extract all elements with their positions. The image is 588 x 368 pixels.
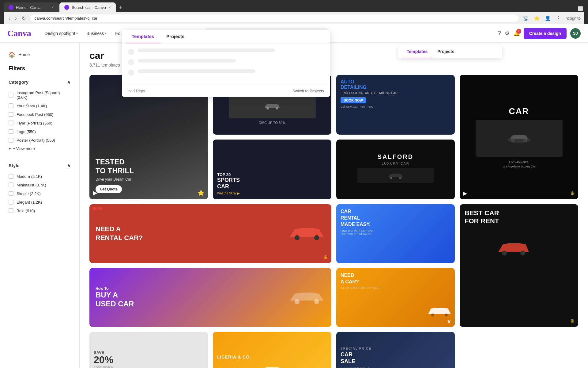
play-icon-tested: ▶ (93, 190, 97, 196)
filter-poster[interactable]: Poster (Portrait) (550) (5, 136, 74, 144)
filters-title: Filters (5, 63, 74, 74)
luxury-label: LUXURY CAR (382, 162, 409, 165)
card-inner-rental-easy: CARRENTALMADE EASY. FIND THE PERFECT CAR… (336, 204, 455, 263)
notification-badge: 1 (516, 29, 521, 34)
create-design-button[interactable]: Create a design (524, 28, 567, 39)
red-dots (92, 207, 102, 210)
filter-modern[interactable]: Modern (5.1K) (5, 172, 74, 181)
crown-badge-dark: ♛ (570, 190, 575, 196)
switch-to-projects-button[interactable]: Switch to Projects (292, 89, 324, 93)
nav-label: Business (86, 31, 104, 36)
logo[interactable]: Canva (7, 29, 31, 38)
rental-car-image (288, 224, 325, 243)
tab-close-home[interactable]: × (51, 5, 54, 10)
help-button[interactable]: ? (498, 30, 501, 36)
filter-instagram[interactable]: Instagram Post (Square) (2.6K) (5, 89, 74, 102)
checkbox-minimalist[interactable] (9, 182, 13, 187)
tab-close-search[interactable]: × (108, 5, 111, 10)
notifications-button[interactable]: 🔔 1 (513, 30, 520, 37)
template-card-rental[interactable]: NEED ARENTAL CAR? ♛ (89, 204, 331, 263)
template-card-rental-easy[interactable]: CARRENTALMADE EASY. FIND THE PERFECT CAR… (336, 204, 455, 263)
browser-tab-search[interactable]: Search car - Canva × (59, 2, 116, 12)
template-card-need-car[interactable]: NEEDA CAR? WE OFFER THE BEST PRICES ♛ (336, 268, 455, 327)
filter-label-bold: Bold (910) (17, 209, 35, 213)
filter-section-header-style[interactable]: Style ∧ (5, 160, 74, 171)
settings-button[interactable]: ⚙ (505, 30, 510, 37)
browser-tab-home[interactable]: Home - Canva × (4, 2, 59, 12)
avatar[interactable]: SJ (570, 28, 581, 39)
restore-down-button[interactable]: ⬜ (577, 5, 584, 12)
dropdown-tab-projects[interactable]: Projects (160, 30, 190, 43)
template-card-save20[interactable]: SAVE 20% CODE: BUGON (89, 332, 208, 368)
second-dropdown-tab-projects[interactable]: Projects (432, 45, 459, 58)
filter-simple[interactable]: Simple (2.2K) (5, 189, 74, 198)
second-dropdown-tab-templates[interactable]: Templates (402, 45, 432, 58)
checkbox-facebook[interactable] (9, 112, 13, 117)
template-card-salford[interactable]: SALFORD LUXURY CAR (336, 140, 455, 199)
dropdown-tab-templates[interactable]: Templates (126, 30, 160, 43)
template-card-best-car[interactable]: BEST CARFOR RENT ♛ (460, 204, 578, 327)
best-car-text: BEST CARFOR RENT (465, 209, 573, 225)
checkbox-flyer[interactable] (9, 121, 13, 125)
forward-button[interactable]: › (14, 14, 18, 22)
best-car-image (465, 229, 563, 266)
checkbox-logo[interactable] (9, 129, 13, 134)
card-inner-special: SPECIAL PRICE CARSALE GET SPECIAL BUNDLE… (336, 332, 455, 368)
search-dropdown: Templates Projects ⌥⇧Right Switch to Pro… (122, 30, 330, 97)
template-card-car-dark[interactable]: CAR +123-456-7890 123 Anywhere St., Any … (460, 75, 578, 199)
address-bar[interactable] (29, 14, 519, 22)
template-card-special-price[interactable]: SPECIAL PRICE CARSALE GET SPECIAL BUNDLE… (336, 332, 455, 368)
checkbox-instagram[interactable] (9, 93, 13, 98)
sidebar-home[interactable]: 🏠 Home (5, 49, 74, 60)
filter-elegant[interactable]: Elegant (1.2K) (5, 198, 74, 206)
filter-bold[interactable]: Bold (910) (5, 206, 74, 215)
template-card-auto-detail[interactable]: AUTODETAILING PROFESSIONAL AUTO DETAILIN… (336, 75, 455, 135)
checkbox-modern[interactable] (9, 174, 13, 179)
filter-label-simple: Simple (2.2K) (17, 191, 41, 196)
card-inner-save20: SAVE 20% CODE: BUGON (89, 332, 208, 368)
need-car-sub: WE OFFER THE BEST PRICES (341, 286, 450, 289)
bookmark-button[interactable]: ⭐ (533, 14, 541, 22)
back-button[interactable]: ‹ (7, 14, 11, 22)
svg-point-7 (502, 251, 507, 255)
card-text-tested: TESTEDTO THRILL (96, 158, 202, 175)
new-tab-button[interactable]: + (116, 3, 125, 12)
template-card-liceria[interactable]: LICERIA & CO. (213, 332, 331, 368)
more-button[interactable]: ⋮ (555, 14, 562, 22)
template-card-used-car[interactable]: How To BUY AUSED CAR (89, 268, 331, 327)
profile-button[interactable]: 👤 (544, 14, 552, 22)
filter-label-facebook: Facebook Post (950) (17, 112, 54, 117)
sidebar-home-label: Home (18, 52, 30, 57)
filter-story[interactable]: Your Story (1.4K) (5, 102, 74, 110)
crown-best: ♛ (570, 318, 575, 324)
nav-design-spotlight[interactable]: Design spotlight ▾ (41, 29, 82, 38)
svg-point-12 (314, 299, 319, 304)
cast-button[interactable]: 📡 (522, 14, 530, 22)
browser-addressbar: ‹ › ↻ 📡 ⭐ 👤 ⋮ Incognito (4, 12, 584, 24)
checkbox-bold[interactable] (9, 208, 13, 213)
chevron-icon: ▾ (105, 32, 107, 35)
loading-circle-3 (128, 70, 134, 76)
view-more-category[interactable]: + + View more (5, 144, 74, 153)
crown-rental: ♛ (323, 254, 328, 260)
filter-minimalist[interactable]: Minimalist (3.7K) (5, 181, 74, 189)
template-grid: TESTEDTO THRILL Drive your Dream Car Get… (89, 75, 578, 368)
checkbox-poster[interactable] (9, 138, 13, 143)
checkbox-elegant[interactable] (9, 200, 13, 205)
card-inner-used: How To BUY AUSED CAR (89, 268, 331, 327)
car-rental-sub: FIND THE PERFECT CARFOR YOU FROM $49.99 (341, 229, 450, 236)
filter-section-header-category[interactable]: Category ∧ (5, 77, 74, 87)
get-quote-btn[interactable]: Get Quote (96, 185, 122, 193)
filter-flyer[interactable]: Flyer (Portrait) (560) (5, 119, 74, 127)
loading-bar-3 (138, 69, 255, 73)
book-now-btn[interactable]: BOOK NOW (341, 97, 366, 103)
crown-need-car: ♛ (447, 319, 451, 324)
filter-facebook[interactable]: Facebook Post (950) (5, 110, 74, 119)
filter-logo[interactable]: Logo (550) (5, 127, 74, 136)
nav-business[interactable]: Business ▾ (83, 29, 110, 38)
svg-point-10 (314, 235, 319, 240)
checkbox-story[interactable] (9, 103, 13, 108)
reload-button[interactable]: ↻ (21, 14, 27, 22)
template-card-sports[interactable]: TOP 20 SPORTSCAR WATCH NOW ▶ (213, 140, 331, 199)
checkbox-simple[interactable] (9, 191, 13, 196)
